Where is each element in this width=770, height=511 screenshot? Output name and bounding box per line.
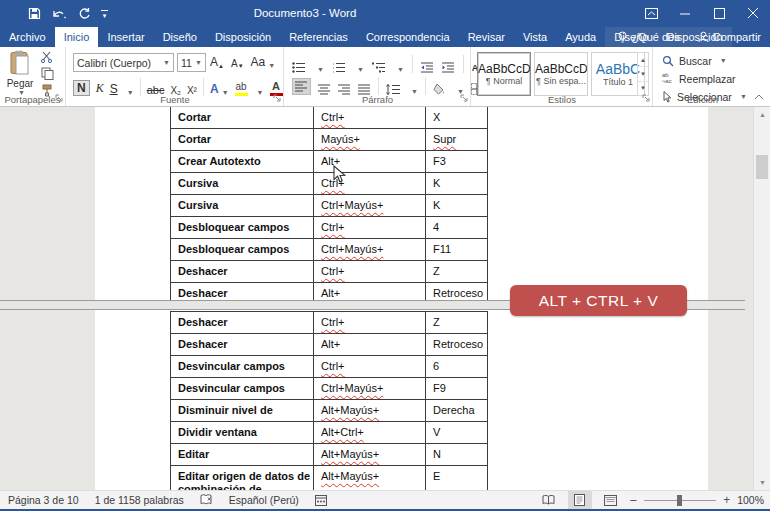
cell-command[interactable]: Deshacer (171, 312, 313, 333)
cell-modifier[interactable]: Alt+Mayús+ (313, 466, 425, 490)
cell-command[interactable]: Desbloquear campos (171, 239, 313, 260)
macro-recording-icon[interactable] (315, 495, 327, 506)
tab-revisar[interactable]: Revisar (459, 27, 514, 47)
zoom-level[interactable]: 100% (737, 494, 764, 506)
cell-key[interactable]: Z (425, 261, 487, 282)
multilevel-list-icon[interactable] (372, 62, 386, 73)
cell-command[interactable]: Deshacer (171, 334, 313, 355)
cell-key[interactable]: F3 (425, 151, 487, 172)
cell-key[interactable]: Retroceso (425, 334, 487, 355)
language-indicator[interactable]: Español (Perú) (229, 494, 299, 506)
zoom-slider-thumb[interactable] (677, 495, 682, 506)
cell-modifier[interactable]: Ctrl+Mayús+ (313, 195, 425, 216)
dialog-launcher-icon[interactable] (642, 93, 650, 104)
numbered-list-icon[interactable] (332, 62, 346, 73)
cell-modifier[interactable]: Alt+ (313, 334, 425, 355)
save-icon[interactable] (28, 7, 41, 20)
find-button[interactable]: Buscar▼ (662, 52, 747, 69)
font-name-combo[interactable]: Calibri (Cuerpo)▼ (73, 53, 174, 72)
tell-me-box[interactable]: ¿Qué des (611, 27, 686, 47)
read-mode-button[interactable] (537, 491, 561, 509)
close-button[interactable] (736, 0, 770, 27)
tab-inicio[interactable]: Inicio (55, 27, 99, 47)
cell-command[interactable]: Desvincular campos (171, 378, 313, 399)
cell-modifier[interactable]: Ctrl+ (313, 173, 425, 194)
cell-command[interactable]: Deshacer (171, 283, 313, 300)
cell-modifier[interactable]: Ctrl+ (313, 356, 425, 377)
tab-diseno[interactable]: Diseño (154, 27, 206, 47)
cell-key[interactable]: F11 (425, 239, 487, 260)
cell-command[interactable]: Cursiva (171, 195, 313, 216)
dialog-launcher-icon[interactable] (55, 93, 63, 104)
styles-scroll-up-icon[interactable]: ▲ (638, 53, 648, 67)
cell-modifier[interactable]: Ctrl+ (313, 107, 425, 128)
cell-key[interactable]: Z (425, 312, 487, 333)
styles-scroll-down-icon[interactable]: ▼ (638, 67, 648, 81)
cell-key[interactable]: Derecha (425, 400, 487, 421)
maximize-button[interactable] (702, 0, 736, 27)
replace-button[interactable]: ab⤷ac Reemplazar (662, 70, 747, 87)
vertical-scrollbar[interactable]: ▲ ▼ (753, 107, 770, 490)
scroll-up-icon[interactable]: ▲ (754, 107, 770, 122)
tab-archivo[interactable]: Archivo (0, 27, 55, 47)
cell-command[interactable]: Disminuir nivel de esquema (171, 400, 313, 421)
cell-key[interactable]: Supr (425, 129, 487, 150)
change-case-button[interactable]: Aa▼ (251, 55, 276, 69)
tab-correspondencia[interactable]: Correspondencia (357, 27, 459, 47)
copy-icon[interactable] (40, 67, 54, 80)
cell-command[interactable]: Cortar (171, 129, 313, 150)
cell-key[interactable]: E (425, 466, 487, 490)
proofing-errors-icon[interactable] (200, 494, 213, 506)
tab-referencias[interactable]: Referencias (280, 27, 357, 47)
cell-modifier[interactable]: Alt+Ctrl+ (313, 422, 425, 443)
ribbon-display-options-icon[interactable] (634, 0, 668, 27)
cell-command[interactable]: Desbloquear campos (171, 217, 313, 238)
cell-command[interactable]: Editar (171, 444, 313, 465)
scrollbar-thumb[interactable] (756, 155, 768, 179)
print-layout-button[interactable] (568, 491, 592, 509)
grow-font-button[interactable]: A▲ (210, 55, 224, 69)
scroll-down-icon[interactable]: ▼ (754, 475, 770, 490)
tab-insertar[interactable]: Insertar (98, 27, 153, 47)
zoom-out-button[interactable]: − (630, 493, 638, 508)
tab-ayuda[interactable]: Ayuda (556, 27, 605, 47)
cell-key[interactable]: 6 (425, 356, 487, 377)
cell-modifier[interactable]: Ctrl+Mayús+ (313, 239, 425, 260)
cell-modifier[interactable]: Alt+ (313, 151, 425, 172)
cell-key[interactable]: F9 (425, 378, 487, 399)
cell-modifier[interactable]: Alt+ (313, 283, 425, 300)
cell-modifier[interactable]: Ctrl+ (313, 217, 425, 238)
align-left-button[interactable] (292, 78, 311, 95)
increase-indent-icon[interactable] (442, 62, 455, 73)
customize-qat-icon[interactable]: ▾ (101, 10, 108, 18)
cell-modifier[interactable]: Alt+Mayús+ (313, 444, 425, 465)
cell-command[interactable]: Dividir ventana (171, 422, 313, 443)
cell-key[interactable]: K (425, 195, 487, 216)
document-page-lower[interactable]: DeshacerCtrl+ZDeshacerAlt+RetrocesoDesvi… (95, 310, 708, 490)
cell-modifier[interactable]: Alt+Mayús+ (313, 400, 425, 421)
cell-command[interactable]: Deshacer (171, 261, 313, 282)
cell-modifier[interactable]: Ctrl+ (313, 261, 425, 282)
dialog-launcher-icon[interactable] (273, 93, 281, 104)
cell-modifier[interactable]: Ctrl+ (313, 312, 425, 333)
cell-key[interactable]: X (425, 107, 487, 128)
cell-command[interactable]: Desvincular campos (171, 356, 313, 377)
cell-command[interactable]: Cortar (171, 107, 313, 128)
collapse-ribbon-icon[interactable] (754, 91, 764, 102)
zoom-in-button[interactable]: + (723, 493, 730, 507)
cell-command[interactable]: Editar origen de datos de combinación de (171, 466, 313, 490)
cell-key[interactable]: Retroceso (425, 283, 487, 300)
word-count[interactable]: 1 de 1158 palabras (95, 494, 184, 506)
cell-key[interactable]: N (425, 444, 487, 465)
cell-modifier[interactable]: Mayús+ (313, 129, 425, 150)
cut-icon[interactable] (40, 51, 54, 63)
font-size-combo[interactable]: 11▼ (177, 53, 206, 72)
style-no-spacing[interactable]: AaBbCcDc ¶ Sin espa... (534, 52, 588, 96)
decrease-indent-icon[interactable] (421, 62, 434, 73)
minimize-button[interactable] (668, 0, 702, 27)
page-indicator[interactable]: Página 3 de 10 (8, 494, 79, 506)
redo-icon[interactable] (78, 7, 91, 20)
undo-icon[interactable] (51, 8, 68, 20)
share-button[interactable]: Compartir (691, 27, 768, 47)
zoom-slider[interactable] (644, 500, 716, 501)
